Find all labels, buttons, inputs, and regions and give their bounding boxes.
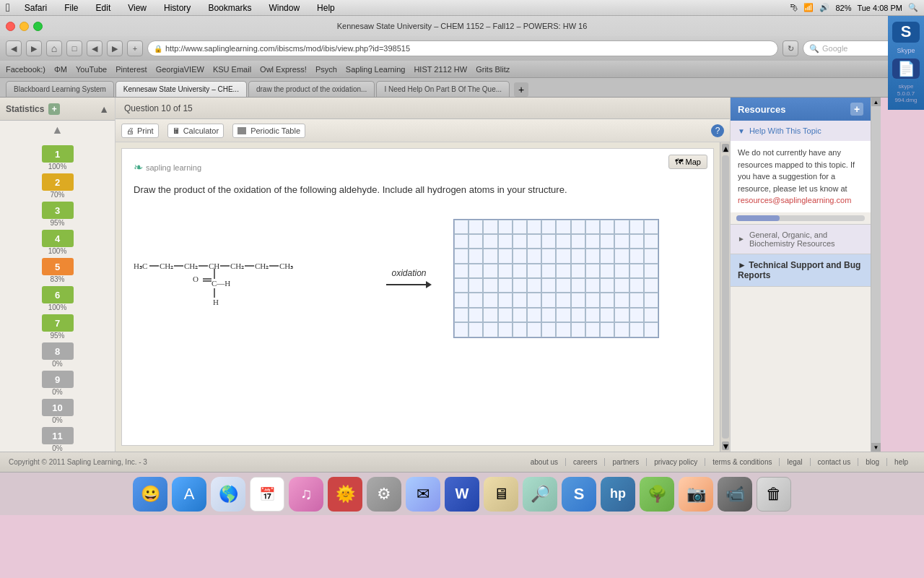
grid-cell[interactable]: [527, 264, 541, 278]
dock-mail[interactable]: ✉: [406, 477, 440, 512]
grid-cell[interactable]: [513, 322, 527, 337]
bookmark-phim[interactable]: ΦM: [54, 65, 67, 74]
grid-cell[interactable]: [556, 293, 570, 307]
calculator-button[interactable]: 🖩 Calculator: [167, 124, 225, 138]
grid-cell[interactable]: [498, 249, 513, 263]
menu-safari[interactable]: Safari: [22, 1, 50, 14]
grid-cell[interactable]: [454, 220, 468, 234]
nav-right[interactable]: ▶: [107, 40, 123, 56]
question-item-6[interactable]: 6 100%: [3, 286, 112, 311]
grid-cell[interactable]: [614, 278, 629, 293]
grid-cell[interactable]: [600, 322, 614, 337]
grid-cell[interactable]: [541, 234, 556, 249]
main-scroll-up[interactable]: ▲: [871, 98, 881, 106]
grid-cell[interactable]: [600, 308, 614, 322]
grid-cell[interactable]: [541, 220, 556, 234]
grid-cell[interactable]: [585, 308, 600, 322]
grid-cell[interactable]: [541, 308, 556, 322]
tab-kennesaw[interactable]: Kennesaw State University – CHE...: [116, 81, 247, 97]
grid-cell[interactable]: [614, 293, 629, 307]
dock-finder[interactable]: 😀: [133, 477, 167, 512]
map-button[interactable]: 🗺 Map: [668, 155, 707, 169]
grid-cell[interactable]: [483, 234, 497, 249]
grid-cell[interactable]: [498, 264, 513, 278]
footer-contact[interactable]: contact us: [811, 458, 859, 466]
maximize-button[interactable]: [33, 22, 43, 31]
grid-cell[interactable]: [527, 293, 541, 307]
grid-cell[interactable]: [498, 322, 513, 337]
dock-colorsync[interactable]: 🌳: [640, 477, 674, 512]
grid-cell[interactable]: [629, 220, 644, 234]
minimize-button[interactable]: [19, 22, 29, 31]
main-scroll-down[interactable]: ▼: [871, 443, 881, 452]
grid-cell[interactable]: [571, 308, 585, 322]
stats-nav-up[interactable]: ▲: [99, 103, 109, 115]
tab-help[interactable]: I Need Help On Part B Of The Que...: [376, 81, 510, 97]
search-icon[interactable]: 🔍: [908, 3, 918, 12]
grid-cell[interactable]: [468, 278, 483, 293]
footer-careers[interactable]: careers: [566, 458, 605, 466]
scroll-up-arrow[interactable]: ▲: [52, 124, 64, 137]
grid-cell[interactable]: [498, 220, 513, 234]
grid-cell[interactable]: [614, 234, 629, 249]
grid-cell[interactable]: [556, 249, 570, 263]
dock-safari[interactable]: 🌎: [211, 477, 245, 512]
footer-partners[interactable]: partners: [605, 458, 647, 466]
dock-word[interactable]: W: [445, 477, 479, 512]
grid-cell[interactable]: [629, 264, 644, 278]
bookmark-georgiavew[interactable]: GeorgiaVIEW: [156, 65, 204, 74]
grid-cell[interactable]: [644, 249, 658, 263]
dock-appstore[interactable]: A: [172, 477, 206, 512]
grid-cell[interactable]: [454, 293, 468, 307]
footer-blog[interactable]: blog: [858, 458, 887, 466]
grid-cell[interactable]: [483, 278, 497, 293]
grid-cell[interactable]: [556, 308, 570, 322]
resources-email-link[interactable]: resources@saplinglearning.com: [738, 196, 851, 204]
grid-cell[interactable]: [614, 308, 629, 322]
grid-cell[interactable]: [585, 249, 600, 263]
grid-cell[interactable]: [527, 278, 541, 293]
grid-cell[interactable]: [527, 308, 541, 322]
grid-cell[interactable]: [556, 278, 570, 293]
periodic-table-button[interactable]: Periodic Table: [232, 124, 305, 138]
grid-cell[interactable]: [454, 249, 468, 263]
dock-itunes[interactable]: ♫: [289, 477, 323, 512]
grid-cell[interactable]: [585, 234, 600, 249]
new-tab-button[interactable]: □: [66, 40, 82, 56]
grid-cell[interactable]: [513, 264, 527, 278]
footer-terms[interactable]: terms & conditions: [705, 458, 780, 466]
tab-draw-product[interactable]: draw the product of the oxidation...: [248, 81, 375, 97]
grid-cell[interactable]: [585, 278, 600, 293]
grid-cell[interactable]: [513, 308, 527, 322]
grid-cell[interactable]: [614, 264, 629, 278]
close-button[interactable]: [6, 22, 15, 31]
question-item-9[interactable]: 9 0%: [3, 371, 112, 396]
dock-photos[interactable]: 🌞: [328, 477, 362, 512]
question-item-1[interactable]: 1 100%: [3, 145, 112, 171]
grid-cell[interactable]: [527, 249, 541, 263]
grid-cell[interactable]: [541, 322, 556, 337]
grid-cell[interactable]: [600, 293, 614, 307]
grid-cell[interactable]: [483, 249, 497, 263]
grid-cell[interactable]: [541, 249, 556, 263]
apple-menu[interactable]: : [6, 1, 10, 14]
dock-calendar[interactable]: 📅: [250, 477, 284, 512]
menu-window[interactable]: Window: [266, 1, 302, 14]
grid-cell[interactable]: [527, 234, 541, 249]
forward-button[interactable]: ▶: [26, 40, 42, 56]
grid-cell[interactable]: [571, 293, 585, 307]
grid-cell[interactable]: [513, 278, 527, 293]
grid-cell[interactable]: [644, 278, 658, 293]
grid-cell[interactable]: [556, 322, 570, 337]
dock-safari2[interactable]: 🖥: [484, 477, 518, 512]
resource-section-general-header[interactable]: ► General, Organic, and Biochemistry Res…: [731, 225, 871, 254]
grid-cell[interactable]: [513, 293, 527, 307]
question-item-4[interactable]: 4 100%: [3, 230, 112, 255]
grid-cell[interactable]: [585, 322, 600, 337]
dock-system-prefs[interactable]: ⚙: [367, 477, 401, 512]
grid-cell[interactable]: [483, 220, 497, 234]
vertical-scrollbar[interactable]: ▲ ▼: [720, 142, 730, 452]
grid-cell[interactable]: [629, 234, 644, 249]
resources-add-button[interactable]: +: [850, 103, 863, 116]
skype-file-icon[interactable]: 📄: [892, 59, 920, 79]
